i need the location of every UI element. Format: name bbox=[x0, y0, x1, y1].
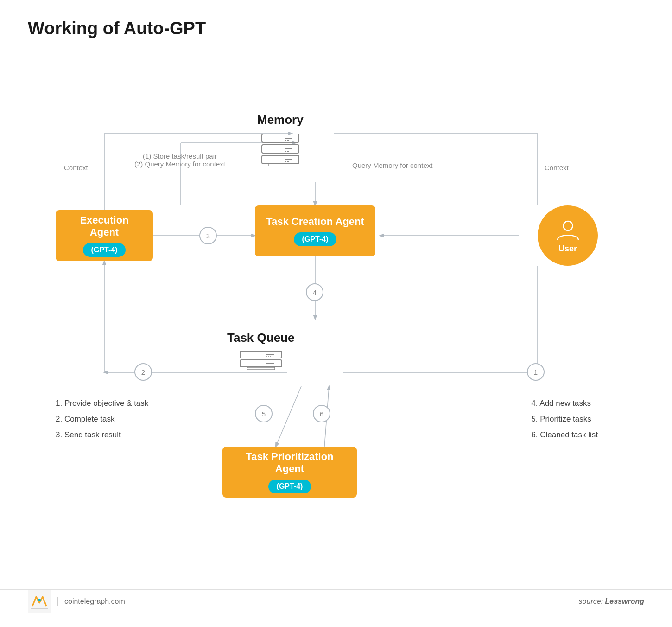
legend-item-1: 1. Provide objective & task bbox=[56, 396, 148, 411]
query-memory-label: Query Memory for context bbox=[352, 161, 432, 169]
svg-rect-23 bbox=[262, 155, 299, 164]
num-circle-2: 2 bbox=[134, 363, 152, 381]
execution-agent-badge: (GPT-4) bbox=[83, 243, 126, 257]
user-label: User bbox=[558, 244, 577, 254]
task-prioritization-agent-badge: (GPT-4) bbox=[268, 480, 311, 493]
execution-agent-label: Execution Agent bbox=[67, 214, 142, 238]
memory-block: Memory bbox=[257, 113, 304, 166]
svg-point-34 bbox=[563, 221, 572, 230]
footer-url: cointelegraph.com bbox=[57, 597, 125, 606]
legend-right: 4. Add new tasks 5. Prioritize tasks 6. … bbox=[531, 396, 598, 443]
svg-rect-30 bbox=[240, 360, 282, 367]
diagram-svg bbox=[28, 62, 644, 595]
task-queue-label: Task Queue bbox=[227, 331, 294, 345]
num-circle-5: 5 bbox=[255, 405, 273, 422]
legend-item-3: 3. Send task result bbox=[56, 427, 148, 443]
footer: cointelegraph.com source: Lesswrong bbox=[0, 589, 672, 613]
num-circle-3: 3 bbox=[199, 227, 217, 244]
store-query-label: (1) Store task/result pair (2) Query Mem… bbox=[134, 152, 225, 168]
task-prioritization-agent-label: Task Prioritization Agent bbox=[234, 451, 346, 475]
user-circle: User bbox=[538, 205, 598, 266]
task-queue-icon bbox=[238, 350, 284, 375]
svg-rect-20 bbox=[262, 145, 299, 153]
legend-item-2: 2. Complete task bbox=[56, 411, 148, 427]
context-right-label: Context bbox=[545, 164, 569, 172]
legend-item-5: 5. Prioritize tasks bbox=[531, 411, 598, 427]
memory-label: Memory bbox=[257, 113, 304, 127]
svg-rect-26 bbox=[269, 164, 292, 166]
svg-point-36 bbox=[38, 599, 41, 601]
footer-left: cointelegraph.com bbox=[28, 590, 125, 613]
task-queue-block: Task Queue bbox=[227, 331, 294, 375]
page-title: Working of Auto-GPT bbox=[28, 19, 644, 38]
legend-item-6: 6. Cleaned task list bbox=[531, 427, 598, 443]
footer-source: source: Lesswrong bbox=[579, 597, 644, 606]
task-creation-agent-box: Task Creation Agent (GPT-4) bbox=[255, 205, 375, 256]
task-prioritization-agent-box: Task Prioritization Agent (GPT-4) bbox=[222, 447, 357, 498]
diagram-area: Memory Context (1) Store task/result pai… bbox=[28, 62, 644, 595]
svg-rect-17 bbox=[262, 134, 299, 142]
cointelegraph-logo-icon bbox=[28, 590, 51, 613]
server-icon bbox=[260, 132, 301, 166]
svg-line-15 bbox=[276, 386, 301, 447]
page-container: Working of Auto-GPT bbox=[0, 0, 672, 627]
user-icon bbox=[555, 218, 581, 243]
context-left-label: Context bbox=[64, 164, 88, 172]
legend-item-4: 4. Add new tasks bbox=[531, 396, 598, 411]
execution-agent-box: Execution Agent (GPT-4) bbox=[56, 210, 153, 261]
num-circle-6: 6 bbox=[313, 405, 330, 422]
task-creation-agent-label: Task Creation Agent bbox=[266, 216, 364, 228]
num-circle-4: 4 bbox=[306, 283, 323, 301]
svg-rect-33 bbox=[247, 367, 275, 370]
svg-rect-27 bbox=[240, 351, 282, 358]
task-creation-agent-badge: (GPT-4) bbox=[294, 232, 337, 246]
legend-left: 1. Provide objective & task 2. Complete … bbox=[56, 396, 148, 443]
num-circle-1: 1 bbox=[527, 363, 545, 381]
